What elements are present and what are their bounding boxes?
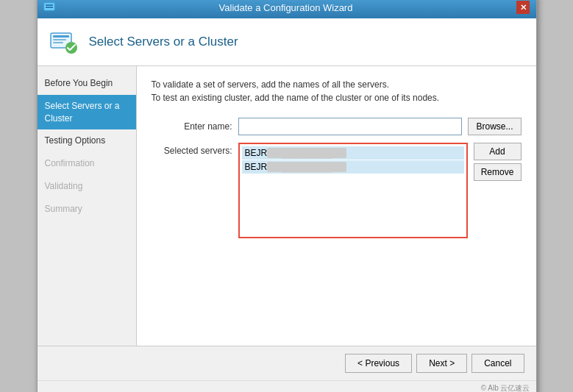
svg-rect-2 [46, 7, 53, 8]
server-list[interactable]: BEJR████████ BEJR████████ [238, 143, 468, 238]
sidebar: Before You Begin Select Servers or a Clu… [38, 66, 137, 346]
content-area: Before You Begin Select Servers or a Clu… [38, 66, 536, 346]
selected-servers-label: Selected servers: [152, 143, 232, 156]
close-button[interactable]: ✕ [516, 1, 530, 14]
enter-name-row: Enter name: Browse... [152, 118, 522, 135]
add-button[interactable]: Add [474, 143, 522, 160]
desc-line1: To validate a set of servers, add the na… [152, 78, 522, 91]
svg-rect-1 [46, 4, 53, 6]
browse-button[interactable]: Browse... [468, 118, 521, 135]
sidebar-item-validating: Validating [38, 175, 136, 198]
server-list-item[interactable]: BEJR████████ [242, 160, 464, 174]
title-bar-controls: ✕ [516, 1, 530, 14]
svg-rect-4 [53, 35, 69, 38]
wizard-icon [49, 27, 79, 57]
description: To validate a set of servers, add the na… [152, 78, 522, 104]
sidebar-item-summary: Summary [38, 198, 136, 221]
watermark: © Alb 云亿速云 [38, 380, 536, 392]
selected-servers-row: Selected servers: BEJR████████ BEJR█████… [152, 143, 522, 238]
svg-rect-6 [53, 42, 63, 43]
cancel-button[interactable]: Cancel [471, 354, 524, 373]
wizard-window: Validate a Configuration Wizard ✕ Select… [37, 0, 537, 392]
main-panel: To validate a set of servers, add the na… [137, 66, 536, 346]
previous-button[interactable]: < Previous [345, 354, 412, 373]
sidebar-item-before-you-begin[interactable]: Before You Begin [38, 72, 136, 95]
wizard-header: Select Servers or a Cluster [38, 18, 536, 66]
enter-name-label: Enter name: [152, 121, 232, 132]
sidebar-item-select-servers[interactable]: Select Servers or a Cluster [38, 95, 136, 130]
svg-rect-5 [53, 39, 66, 40]
next-button[interactable]: Next > [416, 354, 467, 373]
server-list-item[interactable]: BEJR████████ [242, 146, 464, 160]
side-buttons: Add Remove [474, 143, 522, 181]
window-title: Validate a Configuration Wizard [219, 2, 353, 13]
title-bar-icon [43, 1, 55, 15]
wizard-footer: < Previous Next > Cancel [38, 346, 536, 380]
watermark-text: © Alb 云亿速云 [481, 384, 530, 392]
title-bar: Validate a Configuration Wizard ✕ [38, 0, 536, 18]
enter-name-input[interactable] [238, 118, 463, 135]
sidebar-item-confirmation: Confirmation [38, 152, 136, 175]
desc-line2: To test an existing cluster, add the nam… [152, 91, 522, 104]
remove-button[interactable]: Remove [474, 163, 522, 181]
sidebar-item-testing-options[interactable]: Testing Options [38, 129, 136, 152]
wizard-header-title: Select Servers or a Cluster [89, 35, 238, 49]
